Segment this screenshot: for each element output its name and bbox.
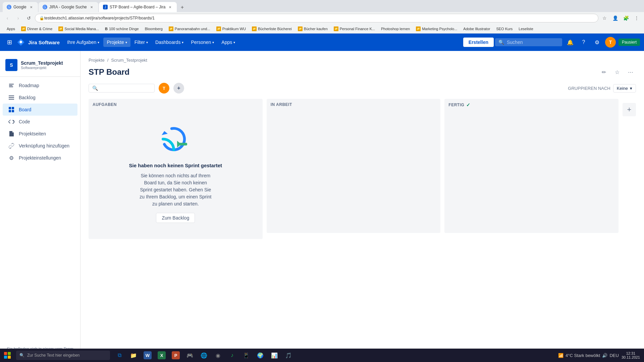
board-title: STP Board xyxy=(89,67,129,77)
sprint-visual xyxy=(157,126,194,156)
chevron-down-icon: ▾ xyxy=(212,41,214,44)
bookmark-100[interactable]: B 100 schöne Dinge xyxy=(102,26,142,32)
group-by-select[interactable]: Keine ▾ xyxy=(613,84,636,93)
bookmark-illustrator[interactable]: Adobe Illustrator xyxy=(461,26,493,32)
sprint-icon xyxy=(157,126,194,156)
reload-button[interactable]: ↺ xyxy=(24,13,34,23)
nav-filter[interactable]: Filter ▾ xyxy=(131,38,151,47)
system-icons: 📶 4°C Stark bewölkt 🔊 DEU xyxy=(558,353,619,358)
bookmark-marketing[interactable]: 📁 Marketing Psycholo... xyxy=(413,26,460,32)
sidebar-item-code[interactable]: Code xyxy=(3,116,77,128)
taskbar-app-excel[interactable]: X xyxy=(155,349,168,362)
taskbar-app-task-view[interactable]: ⧉ xyxy=(113,349,126,362)
bookmark-leseliste[interactable]: Leseliste xyxy=(516,26,536,32)
sidebar-item-board[interactable]: Board xyxy=(3,104,77,116)
paused-badge[interactable]: Pausiert xyxy=(619,39,640,46)
chevron-down-icon: ▾ xyxy=(182,41,183,44)
language-indicator: DEU xyxy=(609,353,619,358)
sidebar-item-projektseiten[interactable]: Projektseiten xyxy=(3,128,77,140)
profile-button[interactable]: 👤 xyxy=(610,13,620,23)
column-header-in-arbeit: IN ARBEIT xyxy=(267,99,441,110)
extension-button[interactable]: 🧩 xyxy=(621,13,631,23)
bookmark-panorama[interactable]: 📁 Panoramabahn und... xyxy=(166,26,213,32)
forward-button[interactable]: › xyxy=(13,13,23,23)
taskbar-app-map[interactable]: 🌍 xyxy=(254,349,267,362)
taskbar-app-word[interactable]: W xyxy=(141,349,154,362)
search-input[interactable] xyxy=(507,40,554,45)
taskbar-app-stats[interactable]: 📊 xyxy=(268,349,281,362)
nav-projekte[interactable]: Projekte ▾ xyxy=(103,38,130,47)
taskbar-app-spotify[interactable]: 🎵 xyxy=(282,349,295,362)
breadcrumb: Projekte / Scrum_Testprojekt xyxy=(89,58,636,63)
column-fertig: FERTIG ✓ xyxy=(444,99,619,233)
taskbar-app-chrome[interactable]: 🌐 xyxy=(197,349,211,362)
bookmark-button[interactable]: ☆ xyxy=(600,13,609,23)
taskbar-app-game[interactable]: 🎮 xyxy=(183,349,197,362)
tab-jira-search[interactable]: G JIRA - Google Suche ✕ xyxy=(39,2,98,12)
more-button[interactable]: ⋮ xyxy=(632,13,641,23)
more-options-button[interactable]: ⋯ xyxy=(625,67,636,77)
tab-close[interactable]: ✕ xyxy=(89,4,94,10)
taskbar-app-music[interactable]: ♪ xyxy=(225,349,239,362)
help-button[interactable]: ? xyxy=(578,37,589,48)
column-body-in-arbeit xyxy=(267,110,441,230)
add-column-button[interactable]: + xyxy=(623,103,636,116)
star-icon-button[interactable]: ☆ xyxy=(612,67,623,77)
bookmark-finance[interactable]: 📁 Personal Finance K... xyxy=(331,26,378,32)
user-filter-avatar[interactable]: T xyxy=(159,83,169,94)
nav-personen[interactable]: Personen ▾ xyxy=(187,38,217,47)
create-button[interactable]: Erstellen xyxy=(463,38,494,47)
board-header: STP Board ✏ ☆ ⋯ xyxy=(89,67,636,77)
sidebar-item-projekteinstellungen[interactable]: ⚙ Projekteinstellungen xyxy=(3,152,77,164)
taskbar-app-powerpoint[interactable]: P xyxy=(169,349,182,362)
notifications-button[interactable]: 🔔 xyxy=(565,37,576,48)
search-box[interactable]: 🔍 xyxy=(495,38,562,46)
top-nav-right: 🔍 🔔 ? ⚙ T Pausiert xyxy=(495,37,640,48)
edit-icon-button[interactable]: ✏ xyxy=(598,67,609,77)
start-button[interactable] xyxy=(0,349,15,362)
tab-close[interactable]: ✕ xyxy=(167,4,173,10)
taskbar-app-circle[interactable]: ◉ xyxy=(211,349,225,362)
new-tab-button[interactable]: + xyxy=(177,3,187,12)
sidebar: S Scrum_Testprojekt Softwareprojekt Road… xyxy=(0,51,80,362)
zum-backlog-button[interactable]: Zum Backlog xyxy=(156,213,195,223)
sidebar-item-backlog[interactable]: Backlog xyxy=(3,92,77,104)
tab-close[interactable]: ✕ xyxy=(29,4,34,10)
sidebar-item-verknuepfung[interactable]: Verknüpfung hinzufügen xyxy=(3,140,77,152)
nav-apps[interactable]: Apps ▾ xyxy=(218,38,238,47)
tab-title: STP Board – Agile-Board – Jira xyxy=(110,5,166,9)
board-search[interactable]: 🔍 xyxy=(89,84,155,93)
main-content: S Scrum_Testprojekt Softwareprojekt Road… xyxy=(0,51,644,362)
add-member-filter[interactable]: + xyxy=(173,83,184,94)
bookmark-photoshop[interactable]: Photoshop lernen xyxy=(378,26,413,32)
user-avatar[interactable]: T xyxy=(605,37,616,48)
bookmark-dinner[interactable]: 📁 Dinner & Crime xyxy=(18,26,55,32)
nav-dashboards[interactable]: Dashboards ▾ xyxy=(152,38,187,47)
taskbar-app-phone[interactable]: 📱 xyxy=(239,349,253,362)
grid-menu-button[interactable]: ⊞ xyxy=(4,37,15,48)
board-search-input[interactable] xyxy=(101,85,151,91)
taskbar-app-explorer[interactable]: 📁 xyxy=(127,349,140,362)
bookmark-bloomberg[interactable]: Bloomberg xyxy=(142,26,165,32)
breadcrumb-projekte[interactable]: Projekte xyxy=(89,58,105,63)
back-button[interactable]: ‹ xyxy=(3,13,12,23)
bookmark-seo[interactable]: SEO Kurs xyxy=(493,26,515,32)
tab-favicon: G xyxy=(43,5,47,9)
bookmark-apps[interactable]: Apps xyxy=(4,26,18,32)
tab-jira-board[interactable]: J STP Board – Agile-Board – Jira ✕ xyxy=(99,2,177,12)
settings-button[interactable]: ⚙ xyxy=(592,37,602,48)
jira-logo[interactable]: Jira Software xyxy=(16,38,60,47)
bookmark-buecherliste[interactable]: 📁 Bücherliste Bücherei xyxy=(249,26,294,32)
svg-rect-1 xyxy=(12,107,14,109)
bookmark-buecher[interactable]: 📁 Bücher kaufen xyxy=(295,26,330,32)
bookmarks-bar: Apps 📁 Dinner & Crime 📁 Social Media Man… xyxy=(0,24,644,34)
network-icon: 📶 xyxy=(558,353,564,358)
address-bar[interactable]: 🔒 testdeutsch1.atlassian.net/jira/softwa… xyxy=(35,14,598,22)
tab-google[interactable]: G Google ✕ xyxy=(3,2,38,12)
sidebar-item-roadmap[interactable]: Roadmap xyxy=(3,79,77,92)
bookmark-social[interactable]: 📁 Social Media Mana... xyxy=(56,26,102,32)
nav-ihre-aufgaben[interactable]: Ihre Aufgaben ▾ xyxy=(64,38,103,47)
jira-logo-icon xyxy=(16,38,25,47)
taskbar-search[interactable]: 🔍 Zur Suche Text hier eingeben xyxy=(16,351,110,360)
bookmark-praktikum[interactable]: 📁 Praktikum WU xyxy=(214,26,249,32)
